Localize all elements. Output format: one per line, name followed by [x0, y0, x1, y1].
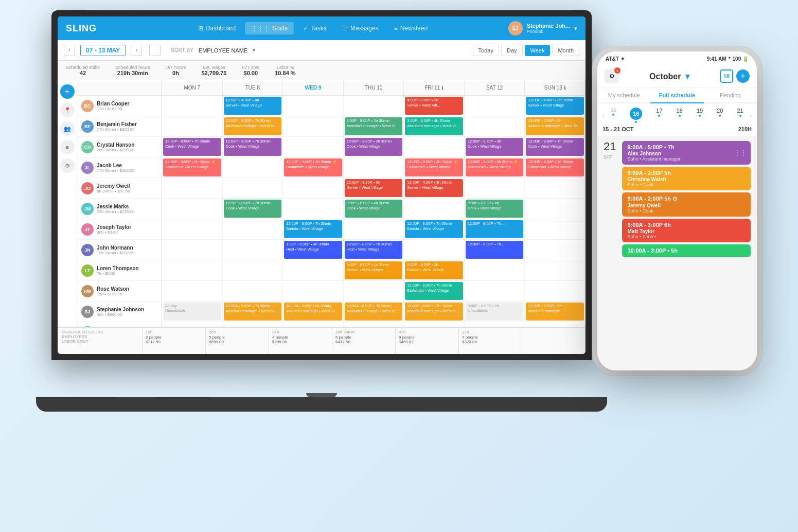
nav-messages[interactable]: ☐ Messages	[336, 22, 385, 34]
grid-cell[interactable]	[162, 260, 223, 280]
shift-card[interactable]: 9:00A - 2:00P 5h ⊙ Jeremy Owell Soho • C…	[622, 192, 751, 217]
grid-cell[interactable]: 1:30P - 6:30P • 4h 30minHost • West Vill…	[283, 240, 344, 260]
grid-cell[interactable]: 12:00P - 8:00P • 7h 30minCook • West Vil…	[162, 137, 223, 157]
shift-block[interactable]: 12:00P - 8:00P • 7h 30minBarista • West …	[284, 220, 342, 238]
today-button[interactable]: Today	[473, 45, 499, 56]
grid-cell[interactable]: 12:00P - 8:00P • 7h 30minBartender • Wes…	[404, 281, 465, 301]
grid-cell[interactable]	[525, 199, 586, 219]
sort-value[interactable]: EMPLOYEE NAME	[199, 47, 247, 54]
shift-options-icon[interactable]: ⋮⋮	[734, 149, 747, 156]
sort-dropdown-icon[interactable]: ▾	[253, 47, 255, 53]
grid-cell[interactable]	[283, 322, 344, 327]
week-day-16[interactable]: 16	[630, 108, 642, 123]
grid-cell[interactable]	[465, 260, 525, 280]
shift-block[interactable]: 12:00P - 8:00P • 7h 30minCook • West Vil…	[224, 200, 282, 218]
shift-block[interactable]: 1:30P - 6:30P • 4h 30minHost • West Vill…	[284, 241, 342, 259]
grid-cell[interactable]	[162, 96, 223, 116]
add-shift-button[interactable]: +	[60, 84, 75, 99]
shift-block[interactable]: 12:00P - 4:30P • 4hServer • West Village	[224, 97, 282, 115]
user-menu[interactable]: SJ Stephanie Joh... Foodlab ▾	[508, 21, 577, 36]
shift-block[interactable]: 12:00P - 8:00P • 7h 30minBartender • Wes…	[405, 282, 463, 300]
grid-cell[interactable]	[344, 322, 404, 327]
nav-newsfeed[interactable]: ≡ Newsfeed	[388, 22, 434, 34]
grid-cell[interactable]: 12:00P - 3:30P • 3hServer • West Village	[344, 178, 404, 198]
grid-cell[interactable]: 12:00P - 8:00P • 7h 30minCook • West Vil…	[525, 137, 586, 157]
tab-pending[interactable]: Pending	[704, 88, 757, 102]
shift-block[interactable]: 10:00A - 8:00P • 9h 30minAssistant manag…	[345, 303, 403, 321]
grid-cell[interactable]	[344, 96, 404, 116]
shift-block[interactable]: 12:00P - 3:00P • 2h 30min ⚡Sommelier • W…	[466, 158, 524, 176]
shift-block[interactable]: 12:00P - 8:00P • 7h 30minAssistant manag…	[224, 117, 282, 135]
week-day-21[interactable]: 21	[737, 108, 743, 123]
grid-cell[interactable]: 10:00A - 8:00P • 9h 30minAssistant manag…	[283, 302, 344, 322]
shift-block[interactable]: 12:00P - 3:30P • 3hCook • West Village	[466, 138, 524, 156]
grid-cell[interactable]	[525, 260, 586, 280]
shift-block[interactable]: 10:00A - 8:00P • 9h 30minAssistant manag…	[284, 303, 342, 321]
grid-cell[interactable]	[283, 260, 344, 280]
grid-cell[interactable]	[465, 96, 525, 116]
shift-block[interactable]: 10:00A - 8:00P • 9h 30minAssistant manag…	[224, 303, 282, 321]
grid-cell[interactable]: 12:00P - 8:00P • 7h 30minCook • West Vil…	[223, 137, 283, 157]
grid-cell[interactable]	[525, 219, 586, 239]
grid-cell[interactable]: 10:00A - 8:00P • 9h 30minAssistant manag…	[223, 302, 283, 322]
week-day-17[interactable]: 17	[656, 108, 662, 123]
add-button[interactable]: +	[736, 69, 750, 83]
week-day-18[interactable]: 18	[677, 108, 683, 123]
grid-cell[interactable]: 3:00P - 8:00P • 4h 30minAssistant manage…	[404, 116, 465, 136]
grid-cell[interactable]: 12:00P - 3:00P • 2h 30min ⚡Sommelier • W…	[162, 157, 223, 178]
grid-cell[interactable]	[465, 322, 525, 327]
shift-block[interactable]: 3:00P - 8:00P • 4h 30minAssistant manage…	[405, 117, 463, 135]
shift-block[interactable]: 12:00P - 2:00P • 2hAssistant manager • W…	[526, 117, 584, 135]
grid-cell[interactable]	[162, 240, 223, 260]
grid-cell[interactable]	[162, 178, 223, 198]
grid-cell[interactable]	[283, 116, 344, 136]
grid-cell[interactable]	[162, 199, 223, 219]
calendar-icon[interactable]	[149, 45, 161, 56]
grid-cell[interactable]	[283, 137, 344, 157]
grid-cell[interactable]	[525, 178, 586, 198]
shift-block[interactable]: 12:00P - 8:00P • 7h...	[466, 241, 524, 259]
tab-full-schedule[interactable]: Full schedule	[650, 88, 703, 103]
shift-block[interactable]: 12:00P - 8:00P • 7h 30minCook • West Vil…	[224, 138, 282, 156]
grid-cell[interactable]: 12:00P - 8:00P • 7h 30minHost • West Vil…	[344, 240, 404, 260]
shift-block[interactable]: 12:00P - 8:00P • 7h 30minHost • West Vil…	[345, 241, 403, 259]
shift-block[interactable]: 12:00P - 8:00P • 7h 30minCook • West Vil…	[163, 138, 221, 156]
grid-cell[interactable]	[404, 137, 465, 157]
shift-block[interactable]: 12:00P - 3:00P • 3hAssistant manager	[526, 303, 584, 321]
grid-cell[interactable]: 12:00P - 8:00P • 7h 30minCook • West Vil…	[223, 199, 283, 219]
grid-cell[interactable]	[283, 96, 344, 116]
week-day-20[interactable]: 20	[717, 108, 723, 123]
grid-cell[interactable]: 10:00A - 8:00P • 9h 30minAssistant manag…	[344, 302, 404, 322]
grid-cell[interactable]: 12:00P - 4:00P • 3h 30minServer • West V…	[525, 96, 586, 116]
grid-cell[interactable]: 3:00P - 8:00P • 4h 30minCook • West Vill…	[344, 199, 404, 219]
grid-cell[interactable]: 12:00P - 8:00P • 7h...	[465, 240, 525, 260]
shift-card[interactable]: 10:00A - 3:00P • 5h	[622, 244, 751, 257]
grid-cell[interactable]	[525, 240, 586, 260]
grid-cell[interactable]	[223, 322, 283, 327]
grid-cell[interactable]: 12:00P - 4:00P • 3h 30minServer • West V…	[404, 178, 465, 198]
grid-cell[interactable]: 4:00P - 8:00P • 3h...Server • West Vill.…	[404, 96, 465, 116]
nav-tasks[interactable]: ✓ Tasks	[297, 22, 333, 34]
week-day-15[interactable]: 15	[611, 108, 616, 123]
shift-card[interactable]: 9:00A - 3:00P 6h Matt Taylor Soho • Serv…	[622, 219, 751, 242]
location-filter-icon[interactable]: 📍	[60, 103, 75, 117]
grid-cell[interactable]: 12:00P - 3:00P • 2h 30min ⚡Sommelier • W…	[283, 157, 344, 178]
grid-cell[interactable]: 12:00P - 3:00P • 2h 30min ⚡Sommelier • W…	[404, 157, 465, 178]
shift-block[interactable]: 12:00P - 3:00P • 2h 30min ⚡Sommelier • W…	[163, 158, 221, 176]
shift-block[interactable]: 12:00P - 8:00P • 7h 30minBarista • West …	[405, 220, 463, 238]
filter-button[interactable]: ⚙ 1	[605, 69, 619, 83]
grid-cell[interactable]	[223, 240, 283, 260]
grid-cell[interactable]	[404, 240, 465, 260]
grid-cell[interactable]: All dayUnavailable	[162, 302, 223, 322]
next-week-button[interactable]: ›	[131, 45, 142, 56]
shift-block[interactable]: 3:00P - 8:00P • 4h 30minCook • West Vill…	[345, 200, 403, 218]
grid-cell[interactable]: 12:00P - 4:30P • 4hServer • West Village	[223, 96, 283, 116]
nav-dashboard[interactable]: ⊞ Dashboard	[192, 22, 242, 34]
grid-cell[interactable]: 12:00P - 3:00P • 3hAssistant manager	[525, 302, 586, 322]
people-filter-icon[interactable]: 👥	[60, 121, 75, 136]
grid-cell[interactable]: 12:00P - 4:00P • 3h 30minAssistant manag…	[404, 302, 465, 322]
grid-cell[interactable]: 12:00P - 8:00P • 7h 30minAssistant manag…	[223, 116, 283, 136]
grid-cell[interactable]: 12:00P - 3:00P • 2h 30minCook • West Vil…	[344, 137, 404, 157]
shift-block[interactable]: 6:00P - 8:00P • 1h 30minBusser • West Vi…	[345, 261, 403, 279]
grid-cell[interactable]: 12:00P - 8:00P • 7h 30minBarista • West …	[283, 219, 344, 239]
